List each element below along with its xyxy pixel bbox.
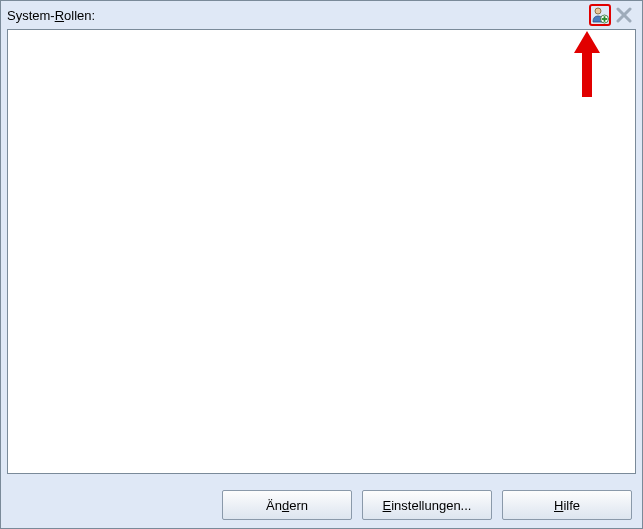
remove-role-button[interactable]	[613, 4, 635, 26]
settings-post: instellungen...	[391, 498, 471, 513]
add-role-icon	[591, 6, 609, 24]
change-post: ern	[289, 498, 308, 513]
change-pre: Än	[266, 498, 282, 513]
add-role-button[interactable]	[589, 4, 611, 26]
header-row: System-Rollen:	[7, 4, 636, 26]
roles-list[interactable]	[7, 29, 636, 474]
svg-rect-3	[602, 18, 608, 20]
label-part-post: ollen:	[64, 8, 95, 23]
settings-button[interactable]: Einstellungen...	[362, 490, 492, 520]
button-bar: Ändern Einstellungen... Hilfe	[1, 490, 642, 520]
system-roles-label: System-Rollen:	[7, 8, 95, 23]
label-part-pre: System-	[7, 8, 55, 23]
change-button[interactable]: Ändern	[222, 490, 352, 520]
remove-role-icon	[615, 6, 633, 24]
help-mnemonic: H	[554, 498, 563, 513]
settings-mnemonic: E	[383, 498, 392, 513]
help-button[interactable]: Hilfe	[502, 490, 632, 520]
help-post: ilfe	[563, 498, 580, 513]
svg-point-0	[595, 8, 601, 14]
system-roles-panel: System-Rollen:	[0, 0, 643, 529]
label-mnemonic: R	[55, 8, 64, 23]
